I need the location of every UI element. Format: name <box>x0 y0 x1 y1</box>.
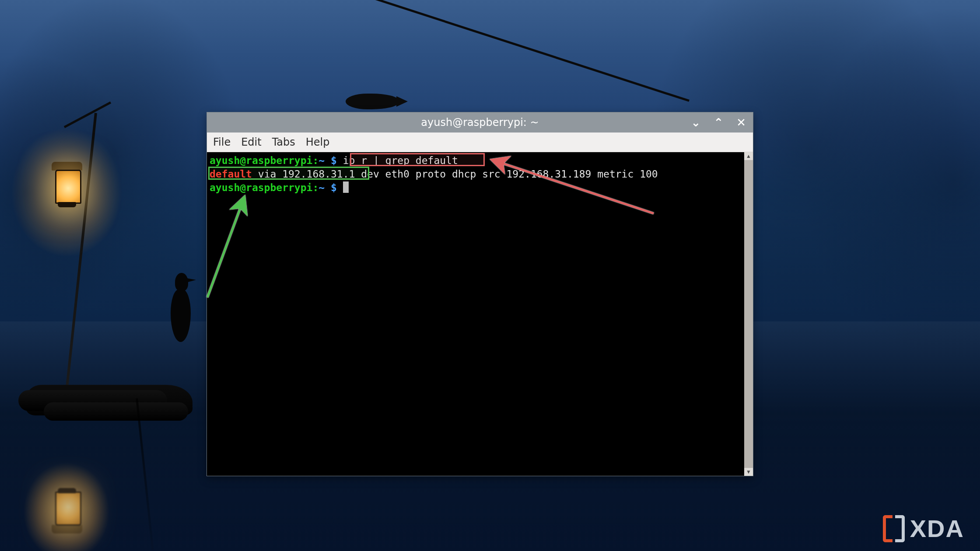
window-title: ayush@raspberrypi: ~ <box>421 116 539 129</box>
menu-edit[interactable]: Edit <box>241 136 261 148</box>
fish-shape <box>346 94 398 109</box>
cormorant-shape <box>166 263 192 351</box>
route-output-rest: via 192.168.31.1 dev eth0 proto dhcp src… <box>252 168 658 180</box>
maximize-icon[interactable]: ⌃ <box>711 115 726 130</box>
terminal-scrollbar[interactable]: ▲ ▼ <box>744 152 753 476</box>
raft-shape <box>26 385 192 415</box>
prompt2-user: ayush@raspberrypi <box>210 182 312 193</box>
close-icon[interactable]: ✕ <box>734 115 749 130</box>
terminal-output[interactable]: ayush@raspberrypi:~ $ ip r | grep defaul… <box>207 152 744 476</box>
prompt2-dollar: $ <box>331 182 337 193</box>
scroll-track[interactable] <box>744 160 753 468</box>
scroll-down-icon[interactable]: ▼ <box>744 468 753 476</box>
minimize-icon[interactable]: ⌄ <box>689 115 704 130</box>
window-titlebar[interactable]: ayush@raspberrypi: ~ ⌄ ⌃ ✕ <box>207 112 753 133</box>
window-controls: ⌄ ⌃ ✕ <box>689 112 749 133</box>
prompt-dollar: $ <box>331 155 337 166</box>
terminal-cursor <box>343 181 349 193</box>
prompt2-path: ~ <box>318 182 325 193</box>
grep-match-keyword: default <box>210 168 252 180</box>
menu-help[interactable]: Help <box>306 136 330 148</box>
terminal-area[interactable]: ayush@raspberrypi:~ $ ip r | grep defaul… <box>207 152 753 476</box>
prompt-user: ayush@raspberrypi <box>210 155 312 166</box>
typed-command: ip r | grep default <box>343 155 458 166</box>
xda-logo-icon <box>883 515 905 542</box>
lantern-icon <box>52 162 82 214</box>
lantern-reflection <box>52 481 82 534</box>
xda-logo-text: XDA <box>910 516 964 541</box>
menu-bar: File Edit Tabs Help <box>207 133 753 152</box>
prompt-sep: : <box>312 155 318 166</box>
menu-file[interactable]: File <box>213 136 231 148</box>
terminal-window: ayush@raspberrypi: ~ ⌄ ⌃ ✕ File Edit Tab… <box>206 112 753 476</box>
menu-tabs[interactable]: Tabs <box>272 136 295 148</box>
xda-watermark: XDA <box>883 515 964 542</box>
scroll-up-icon[interactable]: ▲ <box>744 152 753 160</box>
prompt2-sep: : <box>312 182 318 193</box>
prompt-path: ~ <box>318 155 325 166</box>
